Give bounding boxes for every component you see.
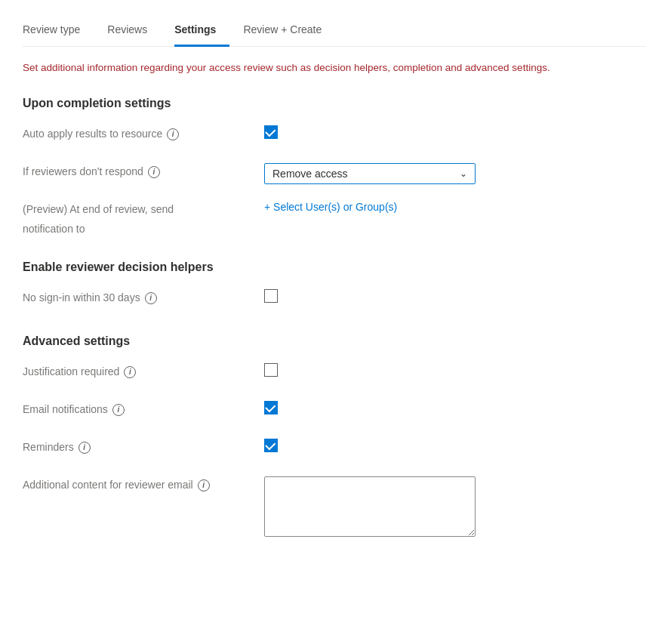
- email-notifications-control: [264, 401, 645, 414]
- chevron-down-icon: ⌄: [460, 168, 467, 179]
- justification-checkbox[interactable]: [264, 363, 278, 377]
- advanced-heading: Advanced settings: [23, 334, 645, 348]
- auto-apply-row: Auto apply results to resource i: [23, 125, 645, 146]
- no-signin-info-icon[interactable]: i: [145, 292, 157, 304]
- reviewers-respond-control: Remove access ⌄: [264, 163, 645, 184]
- reviewers-respond-dropdown[interactable]: Remove access ⌄: [264, 163, 476, 184]
- reminders-info-icon[interactable]: i: [78, 442, 91, 454]
- nav-tab-review-create[interactable]: Review + Create: [243, 16, 335, 47]
- reviewers-respond-label: If reviewers don't respond i: [23, 163, 264, 180]
- additional-content-info-icon[interactable]: i: [198, 479, 210, 491]
- no-signin-row: No sign-in within 30 days i: [23, 289, 645, 310]
- reviewers-respond-row: If reviewers don't respond i Remove acce…: [23, 163, 645, 184]
- email-notifications-info-icon[interactable]: i: [112, 404, 125, 416]
- reminders-checkbox[interactable]: [264, 439, 278, 452]
- email-notifications-label: Email notifications i: [23, 401, 264, 418]
- no-signin-control: [264, 289, 645, 303]
- additional-content-label: Additional content for reviewer email i: [23, 476, 264, 493]
- completion-settings-section: Upon completion settings Auto apply resu…: [23, 97, 645, 236]
- advanced-settings-section: Advanced settings Justification required…: [23, 334, 645, 537]
- completion-heading: Upon completion settings: [23, 97, 645, 110]
- end-review-notify-control: + Select User(s) or Group(s): [264, 201, 645, 213]
- no-signin-label: No sign-in within 30 days i: [23, 289, 264, 306]
- email-notifications-checkbox[interactable]: [264, 401, 278, 414]
- select-users-groups-link[interactable]: + Select User(s) or Group(s): [264, 201, 397, 213]
- auto-apply-control: [264, 125, 645, 139]
- auto-apply-info-icon[interactable]: i: [167, 128, 179, 140]
- justification-row: Justification required i: [23, 363, 645, 384]
- nav-tab-review-type[interactable]: Review type: [23, 16, 94, 47]
- additional-content-control: [264, 476, 645, 537]
- auto-apply-checkbox[interactable]: [264, 125, 278, 139]
- nav-tab-reviews[interactable]: Reviews: [107, 16, 161, 47]
- justification-label: Justification required i: [23, 363, 264, 380]
- reminders-label: Reminders i: [23, 439, 264, 455]
- decision-helpers-section: Enable reviewer decision helpers No sign…: [23, 260, 645, 310]
- end-review-notify-row: (Preview) At end of review, send notific…: [23, 201, 645, 236]
- decision-helpers-heading: Enable reviewer decision helpers: [23, 260, 645, 274]
- justification-control: [264, 363, 645, 377]
- email-notifications-row: Email notifications i: [23, 401, 645, 422]
- nav-tabs: Review typeReviewsSettingsReview + Creat…: [23, 15, 645, 47]
- justification-info-icon[interactable]: i: [124, 366, 136, 378]
- auto-apply-label: Auto apply results to resource i: [23, 125, 264, 142]
- subtitle: Set additional information regarding you…: [23, 60, 645, 75]
- additional-content-textarea[interactable]: [264, 476, 476, 537]
- reminders-control: [264, 439, 645, 452]
- nav-tab-settings[interactable]: Settings: [174, 16, 229, 47]
- additional-content-row: Additional content for reviewer email i: [23, 476, 645, 537]
- reviewers-respond-info-icon[interactable]: i: [148, 166, 160, 178]
- end-review-notify-label: (Preview) At end of review, send notific…: [23, 201, 264, 236]
- reminders-row: Reminders i: [23, 439, 645, 460]
- no-signin-checkbox[interactable]: [264, 289, 278, 303]
